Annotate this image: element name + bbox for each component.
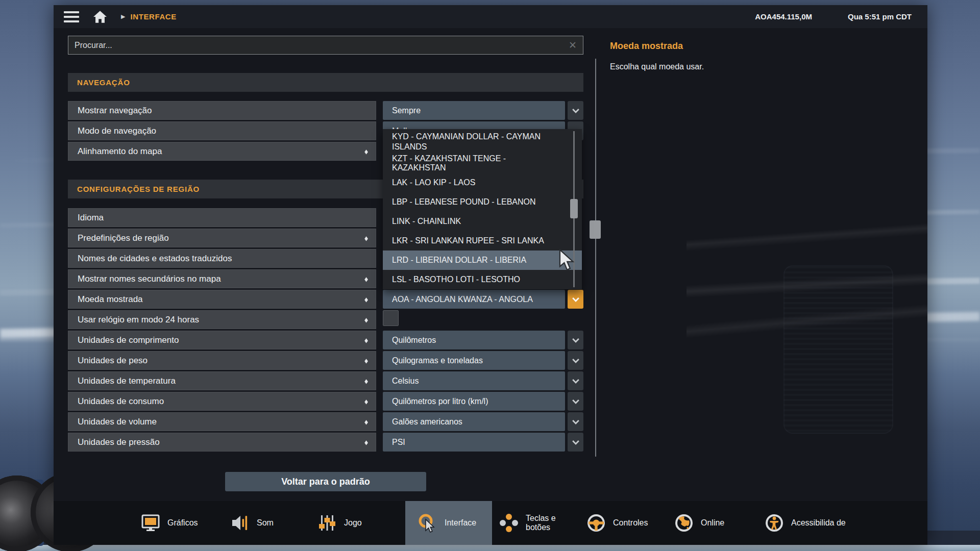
setting-label: Unidades de temperatura bbox=[78, 376, 176, 386]
currency-dropdown-list: KYD - CAYMANIAN DOLLAR - CAYMAN ISLANDS … bbox=[383, 129, 582, 289]
tab-label: Online bbox=[701, 518, 724, 528]
setting-label: Unidades de peso bbox=[78, 356, 148, 366]
select-value: Celsius bbox=[392, 377, 419, 386]
reset-to-default-button[interactable]: Voltar para o padrão bbox=[225, 472, 426, 491]
settings-panel: ▶ INTERFACE AOA454.115,0M Qua 5:51 pm CD… bbox=[54, 5, 927, 545]
chevron-down-icon[interactable] bbox=[568, 433, 583, 452]
dropdown-item[interactable]: LBP - LEBANESE POUND - LEBANON bbox=[383, 192, 582, 212]
cursor-click-icon bbox=[418, 513, 438, 533]
money-display: AOA454.115,0M bbox=[755, 12, 812, 21]
tab-som[interactable]: Som bbox=[230, 501, 274, 545]
scrollbar-track[interactable] bbox=[595, 59, 596, 457]
search-input[interactable]: Procurar... ✕ bbox=[68, 36, 583, 55]
setting-row-nomes-traduzidos: Nomes de cidades e estados traduzidos bbox=[68, 249, 376, 268]
select-unidades-volume[interactable]: Galões americanos bbox=[383, 412, 565, 431]
dropdown-item[interactable]: KYD - CAYMANIAN DOLLAR - CAYMAN ISLANDS bbox=[383, 129, 582, 154]
home-icon[interactable] bbox=[92, 10, 108, 23]
tab-acessibilidade[interactable]: Acessibilida de bbox=[764, 501, 848, 545]
dropdown-item[interactable]: KZT - KAZAKHSTANI TENGE - KAZAKHSTAN bbox=[383, 154, 582, 173]
modified-diamond-icon: ◆ bbox=[364, 357, 368, 364]
menu-icon[interactable] bbox=[64, 11, 79, 22]
select-unidades-comprimento[interactable]: Quilômetros bbox=[383, 331, 565, 349]
select-value: Quilogramas e toneladas bbox=[392, 356, 483, 365]
scrollbar-thumb[interactable] bbox=[590, 220, 601, 239]
modified-diamond-icon: ◆ bbox=[364, 398, 368, 405]
setting-label: Unidades de pressão bbox=[78, 437, 160, 447]
setting-row-mostrar-navegacao: Mostrar navegação bbox=[68, 101, 376, 120]
select-mostrar-navegacao[interactable]: Sempre bbox=[383, 101, 565, 120]
tab-label: Interface bbox=[445, 518, 476, 528]
chevron-down-icon[interactable] bbox=[568, 412, 583, 431]
tab-online[interactable]: Online bbox=[674, 501, 724, 545]
clear-search-icon[interactable]: ✕ bbox=[569, 39, 577, 51]
breadcrumb-arrow-icon: ▶ bbox=[121, 13, 125, 20]
background-strip bbox=[0, 545, 980, 551]
help-panel-description: Escolha qual moeda usar. bbox=[610, 62, 704, 71]
setting-row-unidades-peso: Unidades de peso ◆ bbox=[68, 351, 376, 370]
select-unidades-temperatura[interactable]: Celsius bbox=[383, 371, 565, 390]
dpad-buttons-icon bbox=[499, 513, 519, 533]
tab-interface[interactable]: Interface bbox=[405, 501, 492, 545]
tab-teclas-e-botoes[interactable]: Teclas e botões bbox=[499, 501, 568, 545]
monitor-icon bbox=[140, 513, 161, 533]
tab-graficos[interactable]: Gráficos bbox=[140, 501, 198, 545]
steering-wheel-icon bbox=[586, 513, 606, 533]
dropdown-item[interactable]: LAK - LAO KIP - LAOS bbox=[383, 173, 582, 192]
chevron-down-icon[interactable] bbox=[568, 371, 583, 390]
setting-label: Unidades de volume bbox=[78, 417, 157, 427]
dropdown-scrollbar-thumb[interactable] bbox=[570, 199, 578, 218]
setting-row-modo-navegacao: Modo de navegação bbox=[68, 121, 376, 140]
dropdown-item[interactable]: LSL - BASOTHO LOTI - LESOTHO bbox=[383, 270, 582, 289]
tab-label: Som bbox=[257, 518, 274, 528]
truck-grille-silhouette bbox=[783, 265, 893, 434]
background-light-streaks bbox=[687, 189, 927, 342]
select-unidades-peso[interactable]: Quilogramas e toneladas bbox=[383, 351, 565, 370]
section-title: CONFIGURAÇÕES DE REGIÃO bbox=[77, 185, 200, 193]
setting-row-unidades-comprimento: Unidades de comprimento ◆ bbox=[68, 331, 376, 349]
chevron-down-icon[interactable] bbox=[568, 351, 583, 370]
setting-label: Moeda mostrada bbox=[78, 294, 143, 305]
setting-row-alinhamento-mapa: Alinhamento do mapa ◆ bbox=[68, 142, 376, 161]
select-value: Quilômetros por litro (km/l) bbox=[392, 397, 488, 406]
chevron-down-icon[interactable] bbox=[568, 290, 583, 309]
setting-label: Predefinições de região bbox=[78, 233, 169, 243]
dropdown-item[interactable]: LKR - SRI LANKAN RUPEE - SRI LANKA bbox=[383, 231, 582, 251]
modified-diamond-icon: ◆ bbox=[364, 296, 368, 303]
settings-tab-bar: Gráficos Som Jogo bbox=[54, 501, 927, 545]
select-value: Galões americanos bbox=[392, 417, 462, 427]
breadcrumb: INTERFACE bbox=[130, 12, 176, 21]
modified-diamond-icon: ◆ bbox=[364, 439, 368, 446]
setting-label: Mostrar nomes secundários no mapa bbox=[78, 274, 221, 284]
setting-label: Unidades de consumo bbox=[78, 396, 164, 407]
search-placeholder: Procurar... bbox=[75, 41, 112, 50]
chevron-down-icon[interactable] bbox=[568, 101, 583, 120]
select-unidades-consumo[interactable]: Quilômetros por litro (km/l) bbox=[383, 392, 565, 411]
dropdown-item[interactable]: LINK - CHAINLINK bbox=[383, 212, 582, 231]
select-value: Quilômetros bbox=[392, 336, 436, 345]
setting-row-unidades-temperatura: Unidades de temperatura ◆ bbox=[68, 371, 376, 390]
select-unidades-pressao[interactable]: PSI bbox=[383, 433, 565, 452]
speaker-icon bbox=[230, 513, 250, 533]
tab-label: Gráficos bbox=[167, 518, 198, 528]
chevron-down-icon[interactable] bbox=[568, 392, 583, 411]
setting-row-relogio-24h: Usar relógio em modo 24 horas ◆ bbox=[68, 310, 376, 329]
clock-display: Qua 5:51 pm CDT bbox=[848, 12, 912, 21]
setting-row-idioma: Idioma bbox=[68, 208, 376, 227]
modified-diamond-icon: ◆ bbox=[364, 316, 368, 323]
tab-jogo[interactable]: Jogo bbox=[317, 501, 362, 545]
sliders-icon bbox=[317, 513, 337, 533]
modified-diamond-icon: ◆ bbox=[364, 418, 368, 425]
setting-row-unidades-volume: Unidades de volume ◆ bbox=[68, 412, 376, 431]
help-panel-title: Moeda mostrada bbox=[610, 41, 683, 52]
dropdown-item-highlighted[interactable]: LRD - LIBERIAN DOLLAR - LIBERIA bbox=[383, 251, 582, 270]
select-value: Sempre bbox=[392, 106, 421, 115]
chevron-down-icon[interactable] bbox=[568, 331, 583, 349]
globe-icon bbox=[674, 513, 694, 533]
tab-controles[interactable]: Controles bbox=[586, 501, 648, 545]
select-value: PSI bbox=[392, 438, 405, 447]
tab-label: Acessibilida de bbox=[791, 518, 848, 528]
select-moeda-mostrada[interactable]: AOA - ANGOLAN KWANZA - ANGOLA bbox=[383, 290, 565, 309]
section-header-navegacao: NAVEGAÇÃO bbox=[68, 73, 583, 92]
checkbox-relogio-24h[interactable] bbox=[383, 310, 399, 326]
setting-label: Usar relógio em modo 24 horas bbox=[78, 315, 199, 325]
